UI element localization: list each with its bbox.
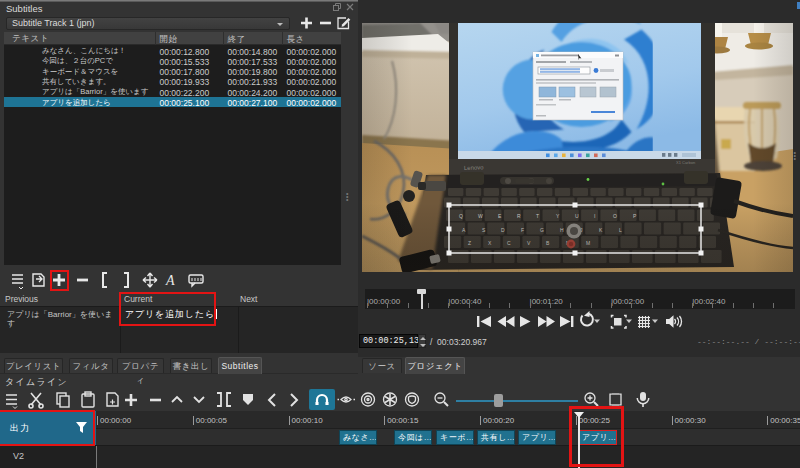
svg-text:X1 Carbon: X1 Carbon	[676, 160, 695, 165]
svg-text:A: A	[165, 273, 175, 288]
svg-text:Lenovo: Lenovo	[464, 164, 485, 171]
